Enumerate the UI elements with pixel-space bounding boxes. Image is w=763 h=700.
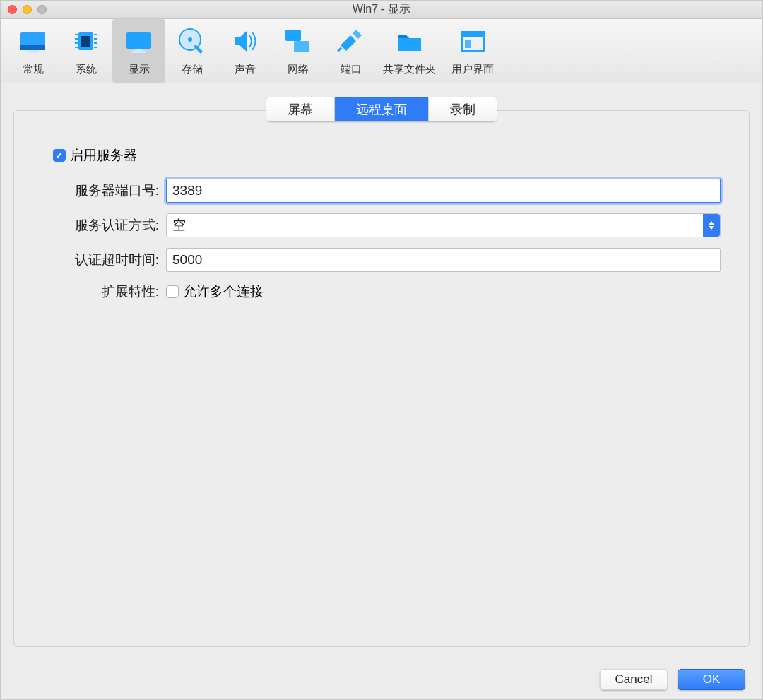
toolbar-item-system[interactable]: 系统 (59, 19, 112, 83)
allow-multiple-connections-label: 允许多个连接 (183, 283, 264, 301)
svg-rect-6 (75, 38, 78, 40)
toolbar-label: 显示 (129, 63, 150, 76)
auth-method-label: 服务认证方式: (42, 216, 166, 235)
system-icon (70, 25, 102, 57)
enable-server-label: 启用服务器 (70, 146, 137, 165)
row-extended: 扩展特性: 允许多个连接 (42, 283, 721, 301)
svg-rect-18 (285, 30, 301, 41)
row-server-port: 服务器端口号: (42, 179, 721, 203)
svg-rect-9 (94, 34, 97, 35)
svg-rect-4 (81, 36, 90, 47)
enable-server-checkbox[interactable] (53, 149, 66, 162)
row-enable-server: 启用服务器 (53, 146, 721, 165)
content-panel-wrap: 启用服务器 服务器端口号: 服务认证方式: 空 认证超时时间: 扩 (1, 110, 762, 660)
server-port-label: 服务器端口号: (42, 182, 166, 200)
svg-rect-1 (20, 45, 45, 50)
settings-toolbar: 常规 系统 显示 存储 声音 网络 端口 (1, 19, 762, 83)
ok-button[interactable]: OK (678, 669, 745, 690)
segmented-control: 屏幕 远程桌面 录制 (266, 97, 497, 121)
svg-rect-7 (75, 42, 78, 44)
svg-rect-2 (28, 50, 37, 53)
svg-rect-8 (75, 47, 78, 48)
svg-rect-10 (94, 38, 97, 40)
tab-screen[interactable]: 屏幕 (266, 97, 335, 121)
ui-icon (457, 25, 489, 57)
toolbar-label: 共享文件夹 (383, 63, 436, 76)
display-icon (123, 25, 155, 57)
window-controls (8, 5, 47, 14)
svg-rect-20 (337, 47, 342, 52)
svg-rect-5 (75, 34, 78, 35)
toolbar-label: 系统 (76, 63, 97, 76)
allow-multiple-connections-checkbox[interactable] (166, 285, 179, 298)
select-arrows-icon (703, 214, 720, 237)
toolbar-item-shared-folders[interactable]: 共享文件夹 (377, 19, 441, 83)
svg-rect-22 (462, 32, 484, 37)
toolbar-label: 网络 (288, 63, 309, 76)
cancel-button[interactable]: Cancel (600, 669, 668, 690)
toolbar-label: 存储 (182, 63, 203, 76)
general-icon (17, 25, 49, 57)
toolbar-item-user-interface[interactable]: 用户界面 (441, 19, 504, 83)
ports-icon (335, 25, 367, 57)
auth-timeout-label: 认证超时时间: (42, 251, 166, 269)
toolbar-label: 用户界面 (451, 63, 494, 76)
toolbar-item-network[interactable]: 网络 (271, 19, 324, 83)
toolbar-item-audio[interactable]: 声音 (218, 19, 271, 83)
svg-point-17 (188, 37, 192, 42)
window-title: Win7 - 显示 (1, 2, 762, 17)
auth-timeout-input[interactable] (166, 248, 721, 272)
row-auth-method: 服务认证方式: 空 (42, 213, 721, 237)
toolbar-item-ports[interactable]: 端口 (324, 19, 377, 83)
storage-icon (176, 25, 208, 57)
tab-remote-desktop[interactable]: 远程桌面 (335, 97, 429, 121)
zoom-icon (37, 5, 47, 14)
toolbar-item-display[interactable]: 显示 (112, 19, 165, 83)
folder-icon (394, 25, 425, 57)
row-auth-timeout: 认证超时时间: (42, 248, 721, 272)
display-subtabs: 屏幕 远程桌面 录制 (1, 97, 762, 121)
svg-rect-14 (135, 49, 143, 51)
svg-rect-23 (465, 40, 471, 48)
remote-desktop-panel: 启用服务器 服务器端口号: 服务认证方式: 空 认证超时时间: 扩 (13, 110, 750, 647)
auth-method-value: 空 (172, 216, 186, 235)
audio-icon (229, 25, 261, 57)
dialog-footer: Cancel OK (1, 660, 762, 699)
server-port-input[interactable] (166, 179, 721, 203)
svg-rect-13 (126, 32, 151, 49)
svg-rect-12 (94, 47, 97, 48)
toolbar-item-general[interactable]: 常规 (6, 19, 59, 83)
network-icon (282, 25, 314, 57)
titlebar: Win7 - 显示 (1, 1, 762, 19)
minimize-icon[interactable] (23, 5, 32, 14)
toolbar-item-storage[interactable]: 存储 (165, 19, 218, 83)
toolbar-label: 常规 (23, 63, 44, 76)
auth-method-select[interactable]: 空 (166, 213, 721, 237)
svg-rect-15 (131, 51, 146, 53)
svg-rect-11 (94, 42, 97, 44)
toolbar-label: 声音 (235, 63, 256, 76)
toolbar-label: 端口 (341, 63, 362, 76)
close-icon[interactable] (8, 5, 17, 14)
svg-rect-19 (294, 41, 309, 52)
extended-label: 扩展特性: (42, 283, 166, 301)
tab-recording[interactable]: 录制 (429, 97, 497, 121)
